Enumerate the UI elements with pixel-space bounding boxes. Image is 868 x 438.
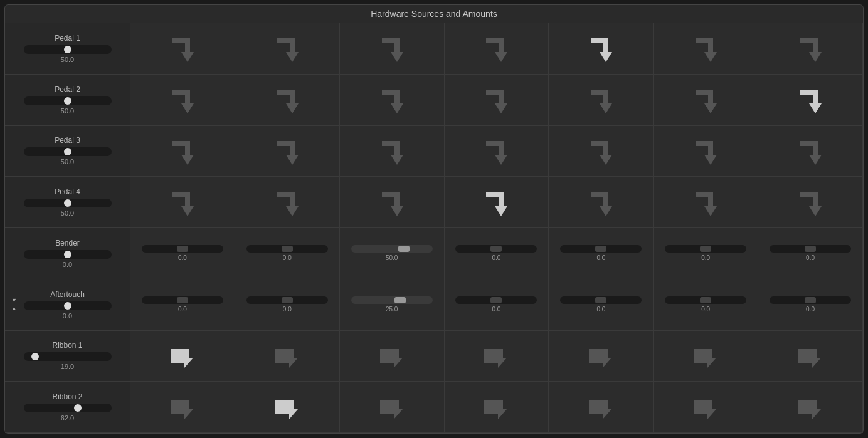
cell-pedal4-col6[interactable] bbox=[758, 177, 863, 228]
cell-bender-col6[interactable]: 0.0 bbox=[758, 228, 863, 279]
hslider-container: 0.0 bbox=[761, 245, 860, 261]
cell-pedal1-col5[interactable] bbox=[654, 23, 758, 75]
cell-ribbon1-col2[interactable] bbox=[340, 331, 445, 382]
hslider-track[interactable] bbox=[455, 245, 537, 253]
hslider-track[interactable] bbox=[770, 245, 851, 253]
slider-ribbon2[interactable] bbox=[24, 404, 112, 412]
cell-aftertouch-col0[interactable]: 0.0 bbox=[130, 279, 235, 331]
cell-pedal4-col2[interactable] bbox=[340, 177, 445, 228]
cell-pedal4-col5[interactable] bbox=[654, 177, 758, 228]
hslider-thumb bbox=[595, 297, 606, 303]
cell-pedal3-col1[interactable] bbox=[235, 126, 340, 177]
cell-bender-col0[interactable]: 0.0 bbox=[130, 228, 235, 279]
cell-pedal4-col3[interactable] bbox=[445, 177, 549, 228]
cell-aftertouch-col3[interactable]: 0.0 bbox=[445, 279, 549, 331]
cell-ribbon1-col6[interactable] bbox=[758, 331, 863, 382]
slider-ribbon1[interactable] bbox=[24, 352, 112, 361]
cell-ribbon2-col2[interactable] bbox=[340, 382, 445, 433]
cell-aftertouch-col2[interactable]: 25.0 bbox=[340, 279, 445, 331]
cell-pedal2-col0[interactable] bbox=[130, 75, 235, 126]
cell-pedal1-col0[interactable] bbox=[130, 23, 235, 75]
cell-pedal1-col6[interactable] bbox=[758, 23, 863, 75]
hslider-container: 0.0 bbox=[551, 296, 650, 313]
return-arrow-icon bbox=[447, 384, 546, 430]
hslider-track[interactable] bbox=[560, 245, 642, 253]
cell-aftertouch-col6[interactable]: 0.0 bbox=[758, 279, 863, 331]
slider-pedal3[interactable] bbox=[24, 147, 112, 156]
cell-aftertouch-col5[interactable]: 0.0 bbox=[654, 279, 758, 331]
hslider-track[interactable] bbox=[560, 296, 642, 304]
arrow-icon bbox=[447, 77, 546, 123]
cell-bender-col2[interactable]: 50.0 bbox=[340, 228, 445, 279]
slider-cell-value: 0.0 bbox=[492, 254, 501, 261]
cell-ribbon1-col0[interactable] bbox=[130, 331, 235, 382]
cell-ribbon2-col4[interactable] bbox=[549, 382, 654, 433]
cell-pedal3-col2[interactable] bbox=[340, 126, 445, 177]
hslider-container: 0.0 bbox=[447, 245, 546, 261]
slider-cell-value: 0.0 bbox=[806, 254, 815, 261]
source-label-pedal3: Pedal 3 bbox=[55, 136, 80, 145]
slider-cell-value: 0.0 bbox=[596, 306, 605, 313]
source-value-aftertouch: 0.0 bbox=[63, 312, 72, 320]
hslider-track[interactable] bbox=[246, 296, 328, 304]
cell-bender-col3[interactable]: 0.0 bbox=[445, 228, 549, 279]
cell-bender-col5[interactable]: 0.0 bbox=[654, 228, 758, 279]
cell-pedal4-col4[interactable] bbox=[549, 177, 654, 228]
cell-pedal1-col4[interactable] bbox=[549, 23, 654, 75]
hslider-track[interactable] bbox=[455, 296, 537, 304]
cell-ribbon2-col1[interactable] bbox=[235, 382, 340, 433]
cell-pedal2-col5[interactable] bbox=[654, 75, 758, 126]
cell-pedal3-col3[interactable] bbox=[445, 126, 549, 177]
hslider-track[interactable] bbox=[770, 296, 851, 304]
cell-ribbon1-col5[interactable] bbox=[654, 331, 758, 382]
slider-aftertouch[interactable] bbox=[24, 301, 112, 310]
cell-pedal4-col1[interactable] bbox=[235, 177, 340, 228]
cell-pedal3-col5[interactable] bbox=[654, 126, 758, 177]
cell-ribbon2-col5[interactable] bbox=[654, 382, 758, 433]
hslider-track[interactable] bbox=[246, 245, 328, 253]
cell-pedal2-col3[interactable] bbox=[445, 75, 549, 126]
source-label-bender: Bender bbox=[55, 239, 80, 248]
cell-aftertouch-col1[interactable]: 0.0 bbox=[235, 279, 340, 331]
hslider-track[interactable] bbox=[665, 245, 746, 253]
cell-pedal2-col2[interactable] bbox=[340, 75, 445, 126]
slider-pedal1[interactable] bbox=[24, 45, 112, 54]
cell-ribbon1-col1[interactable] bbox=[235, 331, 340, 382]
cell-pedal1-col1[interactable] bbox=[235, 23, 340, 75]
cell-ribbon1-col4[interactable] bbox=[549, 331, 654, 382]
cell-bender-col1[interactable]: 0.0 bbox=[235, 228, 340, 279]
hslider-container: 0.0 bbox=[656, 245, 755, 261]
cell-pedal3-col4[interactable] bbox=[549, 126, 654, 177]
return-arrow-icon bbox=[551, 333, 650, 379]
hslider-thumb bbox=[490, 246, 502, 252]
hslider-track[interactable] bbox=[351, 296, 433, 304]
cell-ribbon2-col3[interactable] bbox=[445, 382, 549, 433]
hslider-track[interactable] bbox=[351, 245, 433, 253]
cell-ribbon2-col0[interactable] bbox=[130, 382, 235, 433]
source-cell-pedal1: Pedal 1 50.0 bbox=[5, 23, 130, 75]
return-arrow-icon bbox=[238, 384, 337, 430]
hslider-track[interactable] bbox=[142, 296, 223, 304]
cell-pedal2-col4[interactable] bbox=[549, 75, 654, 126]
hslider-track[interactable] bbox=[142, 245, 223, 253]
cell-bender-col4[interactable]: 0.0 bbox=[549, 228, 654, 279]
cell-pedal3-col6[interactable] bbox=[758, 126, 863, 177]
source-label-pedal4: Pedal 4 bbox=[55, 187, 80, 196]
cell-ribbon2-col6[interactable] bbox=[758, 382, 863, 433]
slider-pedal2[interactable] bbox=[24, 96, 112, 105]
slider-pedal4[interactable] bbox=[24, 199, 112, 207]
cell-pedal1-col3[interactable] bbox=[445, 23, 549, 75]
hslider-container: 25.0 bbox=[342, 296, 442, 313]
hslider-track[interactable] bbox=[665, 296, 746, 304]
slider-bender[interactable] bbox=[24, 250, 112, 259]
cell-pedal4-col0[interactable] bbox=[130, 177, 235, 228]
cell-pedal3-col0[interactable] bbox=[130, 126, 235, 177]
cell-pedal1-col2[interactable] bbox=[340, 23, 445, 75]
cell-pedal2-col6[interactable] bbox=[758, 75, 863, 126]
cell-aftertouch-col4[interactable]: 0.0 bbox=[549, 279, 654, 331]
cell-pedal2-col1[interactable] bbox=[235, 75, 340, 126]
cell-ribbon1-col3[interactable] bbox=[445, 331, 549, 382]
slider-cell-value: 50.0 bbox=[386, 254, 398, 261]
arrow-icon bbox=[447, 179, 546, 225]
source-value-pedal2: 50.0 bbox=[61, 107, 74, 115]
